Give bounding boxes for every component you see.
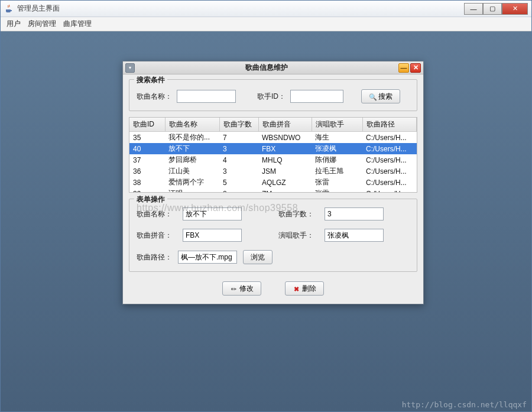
cell-id: 38 bbox=[129, 177, 165, 188]
form-name-input[interactable] bbox=[183, 207, 242, 220]
cell-name: 梦回廊桥 bbox=[165, 154, 219, 166]
browse-button[interactable]: 浏览 bbox=[243, 250, 273, 264]
form-count-label: 歌曲字数： bbox=[278, 209, 314, 219]
dialog-system-icon[interactable]: ▾ bbox=[125, 63, 135, 73]
dialog-close-button[interactable]: ✕ bbox=[410, 63, 421, 73]
table-row[interactable]: 38爱情两个字5AQLGZ张雷C:/Users/H... bbox=[129, 177, 417, 188]
cell-path: C:/Users/H... bbox=[362, 166, 417, 177]
search-icon bbox=[369, 93, 376, 100]
modify-button[interactable]: 修改 bbox=[222, 281, 261, 296]
cell-name: 证明 bbox=[165, 188, 219, 193]
cell-singer: 张雷 bbox=[312, 177, 362, 188]
search-button-label: 搜索 bbox=[378, 92, 392, 102]
cell-path: C:/Users/H... bbox=[362, 154, 417, 166]
table-row[interactable]: 36江山美3JSM拉毛王旭C:/Users/H... bbox=[129, 166, 417, 177]
main-window-title: 管理员主界面 bbox=[17, 4, 464, 14]
cell-pinyin: JSM bbox=[258, 166, 312, 177]
maximize-button[interactable]: ▢ bbox=[483, 3, 502, 15]
form-singer-input[interactable] bbox=[325, 229, 384, 242]
singer-id-label: 歌手ID： bbox=[257, 92, 286, 102]
col-id[interactable]: 歌曲ID bbox=[129, 118, 165, 132]
search-group-title: 搜索条件 bbox=[134, 75, 167, 85]
menubar: 用户 房间管理 曲库管理 bbox=[1, 17, 531, 31]
cell-pinyin: MHLQ bbox=[258, 154, 312, 166]
form-pinyin-label: 歌曲拼音： bbox=[137, 231, 172, 241]
song-table[interactable]: 歌曲ID 歌曲名称 歌曲字数 歌曲拼音 演唱歌手 歌曲路径 35我不是你的...… bbox=[129, 117, 417, 193]
watermark-bottom: http://blog.csdn.net/llqqxf bbox=[402, 400, 527, 409]
cell-pinyin: ZM bbox=[258, 188, 312, 193]
form-pinyin-input[interactable] bbox=[183, 229, 242, 242]
cell-count: 5 bbox=[219, 177, 258, 188]
dialog-body: 搜索条件 歌曲名称： 歌手ID： 搜索 bbox=[123, 74, 423, 304]
dialog-title: 歌曲信息维护 bbox=[135, 63, 398, 73]
cell-name: 我不是你的... bbox=[165, 132, 219, 144]
singer-id-input[interactable] bbox=[290, 90, 343, 103]
cell-id: 36 bbox=[129, 166, 165, 177]
search-group: 搜索条件 歌曲名称： 歌手ID： 搜索 bbox=[129, 79, 417, 111]
dialog-minimize-button[interactable]: — bbox=[398, 63, 409, 73]
form-path-input[interactable] bbox=[178, 251, 237, 264]
delete-icon bbox=[293, 285, 300, 292]
cell-singer: 张凌枫 bbox=[312, 143, 362, 154]
cell-pinyin: AQLGZ bbox=[258, 177, 312, 188]
form-path-label: 歌曲路径： bbox=[137, 252, 172, 262]
col-path[interactable]: 歌曲路径 bbox=[362, 118, 417, 132]
modify-button-label: 修改 bbox=[239, 284, 254, 294]
cell-pinyin: FBX bbox=[258, 143, 312, 154]
close-button[interactable]: ✕ bbox=[502, 3, 528, 15]
minimize-button[interactable]: — bbox=[464, 3, 483, 15]
cell-singer: 张雷 bbox=[312, 188, 362, 193]
action-row: 修改 删除 bbox=[129, 278, 417, 297]
java-icon bbox=[4, 4, 14, 14]
edit-icon bbox=[230, 285, 237, 292]
cell-name: 江山美 bbox=[165, 166, 219, 177]
delete-button-label: 删除 bbox=[302, 284, 316, 294]
delete-button[interactable]: 删除 bbox=[285, 281, 324, 296]
cell-singer: 海生 bbox=[312, 132, 362, 144]
cell-count: 4 bbox=[219, 154, 258, 166]
table-row[interactable]: 35我不是你的...7WBSNDWO海生C:/Users/H... bbox=[129, 132, 417, 144]
window-controls: — ▢ ✕ bbox=[464, 3, 528, 15]
table-row[interactable]: 39证明2ZM张雷C:/Users/H... bbox=[129, 188, 417, 193]
main-titlebar: 管理员主界面 — ▢ ✕ bbox=[1, 1, 531, 17]
menu-library[interactable]: 曲库管理 bbox=[63, 19, 92, 29]
cell-count: 2 bbox=[219, 188, 258, 193]
cell-path: C:/Users/H... bbox=[362, 188, 417, 193]
cell-id: 37 bbox=[129, 154, 165, 166]
cell-name: 放不下 bbox=[165, 143, 219, 154]
main-window: 管理员主界面 — ▢ ✕ 用户 房间管理 曲库管理 ▾ 歌曲信息维护 — ✕ 搜… bbox=[0, 0, 532, 412]
dialog-titlebar: ▾ 歌曲信息维护 — ✕ bbox=[123, 61, 423, 74]
song-name-input[interactable] bbox=[177, 90, 236, 103]
browse-button-label: 浏览 bbox=[251, 252, 265, 262]
table-header-row: 歌曲ID 歌曲名称 歌曲字数 歌曲拼音 演唱歌手 歌曲路径 bbox=[129, 118, 417, 132]
table-row[interactable]: 37梦回廊桥4MHLQ陈俏娜C:/Users/H... bbox=[129, 154, 417, 166]
song-name-label: 歌曲名称： bbox=[137, 92, 172, 102]
form-name-label: 歌曲名称： bbox=[137, 209, 172, 219]
col-count[interactable]: 歌曲字数 bbox=[219, 118, 258, 132]
cell-count: 7 bbox=[219, 132, 258, 144]
table-row[interactable]: 40放不下3FBX张凌枫C:/Users/H... bbox=[129, 143, 417, 154]
form-group-title: 表单操作 bbox=[134, 194, 167, 205]
form-group: 表单操作 歌曲名称： 歌曲字数： 歌曲拼音： 演唱歌手： 歌曲路径： bbox=[129, 199, 417, 272]
col-name[interactable]: 歌曲名称 bbox=[165, 118, 219, 132]
cell-id: 40 bbox=[129, 143, 165, 154]
menu-user[interactable]: 用户 bbox=[7, 19, 21, 29]
menu-room[interactable]: 房间管理 bbox=[28, 19, 56, 29]
cell-id: 39 bbox=[129, 188, 165, 193]
form-count-input[interactable] bbox=[325, 207, 384, 220]
cell-singer: 陈俏娜 bbox=[312, 154, 362, 166]
col-pinyin[interactable]: 歌曲拼音 bbox=[258, 118, 312, 132]
cell-path: C:/Users/H... bbox=[362, 132, 417, 144]
col-singer[interactable]: 演唱歌手 bbox=[312, 118, 362, 132]
cell-id: 35 bbox=[129, 132, 165, 144]
cell-count: 3 bbox=[219, 143, 258, 154]
cell-singer: 拉毛王旭 bbox=[312, 166, 362, 177]
form-singer-label: 演唱歌手： bbox=[278, 231, 314, 241]
cell-path: C:/Users/H... bbox=[362, 143, 417, 154]
song-maintenance-dialog: ▾ 歌曲信息维护 — ✕ 搜索条件 歌曲名称： 歌手ID： bbox=[122, 61, 424, 304]
cell-count: 3 bbox=[219, 166, 258, 177]
search-button[interactable]: 搜索 bbox=[361, 89, 400, 103]
cell-path: C:/Users/H... bbox=[362, 177, 417, 188]
cell-name: 爱情两个字 bbox=[165, 177, 219, 188]
cell-pinyin: WBSNDWO bbox=[258, 132, 312, 144]
